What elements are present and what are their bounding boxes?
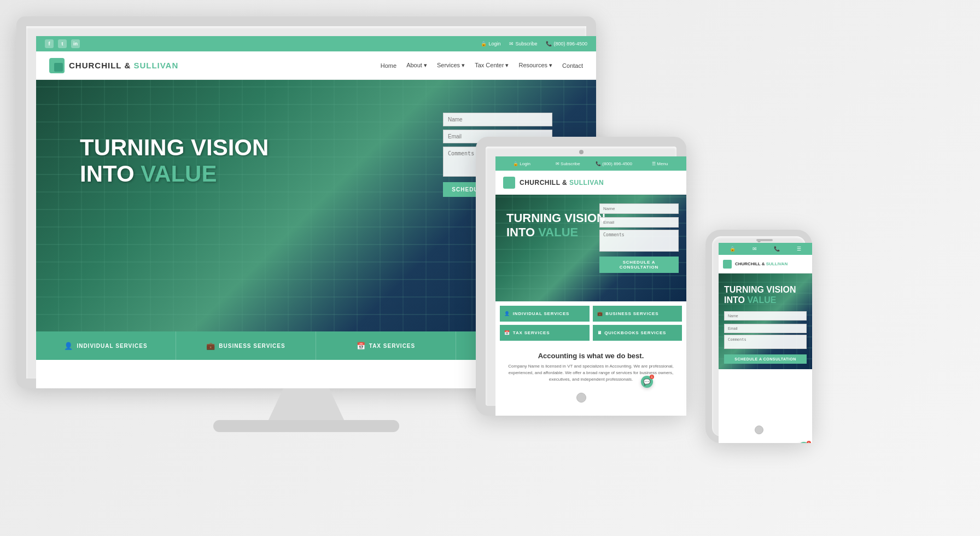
tablet-form-comments-input[interactable] <box>599 230 679 252</box>
social-icons: f t in <box>45 39 80 48</box>
nav-contact[interactable]: Contact <box>562 62 583 69</box>
tablet-envelope-icon: ✉ <box>556 161 559 166</box>
phone-icon: 📞 <box>546 41 552 46</box>
phone-chat-bubble[interactable]: 💬 1 <box>798 442 810 443</box>
tablet-quickbooks-icon: 🖥 <box>597 330 602 335</box>
tablet-phone-icon: 📞 <box>596 161 601 166</box>
logo-icon <box>49 58 65 73</box>
phone-screen: 🔒 ✉ 📞 ☰ CHURCHILL & SULLIVAN TURNING VIS… <box>719 243 812 443</box>
logo-text: CHURCHILL & SULLIVAN <box>69 61 178 70</box>
nav-services[interactable]: Services ▾ <box>437 62 465 69</box>
phone-schedule-button[interactable]: SCHEDULE A CONSULTATION <box>724 354 807 364</box>
nav-tax-center[interactable]: Tax Center ▾ <box>475 62 509 69</box>
tablet-schedule-button[interactable]: SCHEDULE A CONSULTATION <box>599 257 679 273</box>
phone-topbar-menu-icon[interactable]: ☰ <box>797 246 801 252</box>
tablet-hero-title-line2: INTO VALUE <box>506 225 605 240</box>
desktop-topbar: f t in 🔒 Login ✉ Subscribe <box>36 36 596 51</box>
phone-topbar-icon1[interactable]: 🔒 <box>730 246 736 252</box>
tablet-individual-icon: 👤 <box>504 311 510 316</box>
phone-form-email-input[interactable] <box>724 324 807 333</box>
hero-title-line2: INTO VALUE <box>80 161 269 187</box>
hero-title: TURNING VISION INTO VALUE <box>80 135 269 188</box>
phone-link[interactable]: 📞 (800) 896-4500 <box>546 41 587 46</box>
phone-navbar: CHURCHILL & SULLIVAN <box>719 255 812 273</box>
phone-hero: TURNING VISION INTO VALUE SCHEDULE A CON… <box>719 273 812 369</box>
phone-topbar: 🔒 ✉ 📞 ☰ <box>719 243 812 255</box>
tablet-camera <box>579 150 584 154</box>
tablet-device: 🔒 Login ✉ Subscribe 📞 (800) 896-4500 ☰ M… <box>476 137 686 416</box>
tablet-navbar: CHURCHILL & SULLIVAN <box>495 171 686 195</box>
topbar-right: 🔒 Login ✉ Subscribe 📞 (800) 896-4500 <box>481 41 587 46</box>
nav-links: Home About ▾ Services ▾ Tax Center ▾ Res… <box>381 62 583 69</box>
phone-hero-content: TURNING VISION INTO VALUE SCHEDULE A CON… <box>724 284 807 364</box>
tablet-form-email-input[interactable] <box>599 217 679 228</box>
phone-logo-text: CHURCHILL & SULLIVAN <box>735 261 788 266</box>
tablet-business-services-button[interactable]: 💼 BUSINESS SERVICES <box>593 306 682 322</box>
tax-icon: 📅 <box>357 342 366 350</box>
phone-speaker <box>756 239 773 241</box>
tablet-home-button[interactable] <box>576 393 586 403</box>
nav-home[interactable]: Home <box>381 62 396 69</box>
tablet-login-link[interactable]: 🔒 Login <box>500 161 544 166</box>
nav-resources[interactable]: Resources ▾ <box>518 62 552 69</box>
tablet-subscribe-link[interactable]: ✉ Subscribe <box>546 161 590 166</box>
phone-topbar-icon2[interactable]: ✉ <box>752 246 757 252</box>
lock-icon: 🔒 <box>481 41 487 46</box>
tablet-logo-icon <box>503 177 515 189</box>
phone-form-name-input[interactable] <box>724 311 807 321</box>
phone-logo-icon <box>723 260 732 269</box>
form-name-input[interactable] <box>443 113 552 126</box>
scene: f t in 🔒 Login ✉ Subscribe <box>0 0 980 536</box>
individual-icon: 👤 <box>64 342 73 350</box>
phone-topbar-icon3[interactable]: 📞 <box>774 246 780 252</box>
tablet-menu-button[interactable]: ☰ Menu <box>638 161 682 166</box>
phone-chat-badge: 1 <box>807 441 811 443</box>
facebook-icon[interactable]: f <box>45 39 54 48</box>
tablet-phone-link[interactable]: 📞 (800) 896-4500 <box>592 161 636 166</box>
individual-services-button[interactable]: 👤 INDIVIDUAL SERVICES <box>36 331 176 360</box>
tablet-hero-content: TURNING VISION INTO VALUE <box>506 211 605 240</box>
tablet-about-section: Accounting is what we do best. Company N… <box>495 345 686 389</box>
linkedin-icon[interactable]: in <box>71 39 80 48</box>
tablet-about-title: Accounting is what we do best. <box>503 352 679 360</box>
tax-services-button[interactable]: 📅 TAX SERVICES <box>316 331 456 360</box>
desktop-navbar: CHURCHILL & SULLIVAN Home About ▾ Servic… <box>36 51 596 80</box>
hero-content: TURNING VISION INTO VALUE <box>80 135 269 188</box>
tablet-business-icon: 💼 <box>597 311 603 316</box>
tablet-chat-badge: 1 <box>650 375 654 379</box>
envelope-icon: ✉ <box>509 41 514 46</box>
phone-device: 🔒 ✉ 📞 ☰ CHURCHILL & SULLIVAN TURNING VIS… <box>705 230 812 443</box>
phone-home-button[interactable] <box>755 426 763 434</box>
monitor-stand-neck <box>268 388 345 421</box>
tablet-chat-bubble[interactable]: 💬 1 <box>641 376 653 388</box>
logo[interactable]: CHURCHILL & SULLIVAN <box>49 58 178 73</box>
tablet-hero: TURNING VISION INTO VALUE SCHEDULE A CON… <box>495 195 686 301</box>
tablet-individual-services-button[interactable]: 👤 INDIVIDUAL SERVICES <box>500 306 590 322</box>
monitor-stand-base <box>213 420 399 432</box>
subscribe-link[interactable]: ✉ Subscribe <box>509 41 537 46</box>
tablet-hero-form: SCHEDULE A CONSULTATION <box>599 202 679 273</box>
phone-hero-title-line2: INTO VALUE <box>724 295 807 305</box>
tablet-screen: 🔒 Login ✉ Subscribe 📞 (800) 896-4500 ☰ M… <box>495 156 686 416</box>
business-services-button[interactable]: 💼 BUSINESS SERVICES <box>176 331 316 360</box>
tablet-tax-services-button[interactable]: 📅 TAX SERVICES <box>500 325 590 341</box>
business-icon: 💼 <box>206 342 215 350</box>
tablet-lock-icon: 🔒 <box>513 161 518 166</box>
tablet-form-name-input[interactable] <box>599 203 679 214</box>
tablet-topbar: 🔒 Login ✉ Subscribe 📞 (800) 896-4500 ☰ M… <box>495 156 686 171</box>
phone-frame: 🔒 ✉ 📞 ☰ CHURCHILL & SULLIVAN TURNING VIS… <box>705 230 812 443</box>
phone-hero-title: TURNING VISION INTO VALUE <box>724 284 807 305</box>
tablet-quickbooks-services-button[interactable]: 🖥 QUICKBOOKS SERVICES <box>593 325 682 341</box>
tablet-menu-icon: ☰ <box>652 161 656 166</box>
tablet-frame: 🔒 Login ✉ Subscribe 📞 (800) 896-4500 ☰ M… <box>476 137 686 416</box>
tablet-services-grid: 👤 INDIVIDUAL SERVICES 💼 BUSINESS SERVICE… <box>500 306 682 341</box>
tablet-tax-icon: 📅 <box>504 330 510 335</box>
phone-hero-form: SCHEDULE A CONSULTATION <box>724 310 807 364</box>
nav-about[interactable]: About ▾ <box>406 62 427 69</box>
tablet-logo-text: CHURCHILL & SULLIVAN <box>520 179 604 187</box>
login-link[interactable]: 🔒 Login <box>481 41 500 46</box>
twitter-icon[interactable]: t <box>58 39 67 48</box>
tablet-hero-title: TURNING VISION INTO VALUE <box>506 211 605 240</box>
phone-form-comments-input[interactable] <box>724 335 807 349</box>
